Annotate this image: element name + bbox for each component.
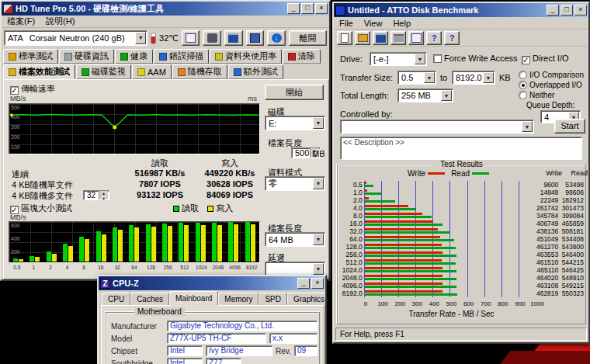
hdtune-titlebar[interactable]: HD Tune Pro 5.00 - 硬碟檢測/維護工具 _ □ × [2, 2, 329, 16]
write-value: 406749 [534, 220, 559, 227]
controlled-by-select[interactable]: ▼ [340, 120, 534, 133]
force-write-checkbox[interactable] [433, 54, 442, 63]
read-value: 549215 [558, 282, 584, 289]
tab-cpu[interactable]: CPU [102, 293, 130, 306]
overlapped-io-radio[interactable] [519, 81, 527, 89]
tab-health[interactable]: 健康 [115, 49, 153, 64]
chevron-down-icon[interactable]: ▼ [483, 72, 494, 83]
save-button[interactable] [373, 31, 388, 45]
chevron-down-icon[interactable]: ▼ [313, 263, 324, 275]
transfer-from-select[interactable]: 0.5 ▼ [397, 71, 436, 85]
block-size-tick: 16 [92, 265, 109, 270]
tab-extra-tests[interactable]: 額外測試 [228, 64, 283, 79]
read-bar [79, 237, 84, 262]
file-length-2-select[interactable]: 64 MB ▼ [265, 232, 325, 247]
drive-select[interactable]: [-e-] ▼ [370, 52, 427, 66]
tab-disk-monitor[interactable]: 磁碟監視 [76, 64, 131, 79]
block-bar-group [225, 222, 241, 262]
tab-erase[interactable]: 清除 [283, 49, 321, 64]
tab-caches[interactable]: Caches [130, 293, 169, 306]
close-button[interactable]: × [311, 278, 324, 289]
tab-file-benchmark[interactable]: 檔案效能測試 [3, 64, 75, 79]
disk-select[interactable]: E: ▼ [265, 116, 325, 130]
copy-button[interactable] [408, 31, 424, 45]
open-button[interactable] [355, 31, 370, 45]
read-bar [96, 231, 101, 262]
block-bar-group [10, 258, 26, 262]
transfer-to-select[interactable]: 8192.0 ▼ [452, 71, 495, 85]
atto-result-row: 2048.0464020548910 [341, 274, 584, 282]
read-bar [365, 192, 381, 195]
direct-io-checkbox[interactable] [522, 56, 530, 64]
save-button[interactable] [224, 30, 243, 46]
data-mode-select[interactable]: 零 ▼ [265, 176, 325, 191]
minimize-button[interactable]: _ [297, 278, 310, 289]
tab-graphics[interactable]: Graphics [287, 293, 327, 306]
tab-memory[interactable]: Memory [218, 293, 259, 306]
tab-standard-test[interactable]: 標準測試 [3, 49, 58, 64]
chevron-down-icon[interactable]: ▼ [522, 121, 533, 132]
write-value: 464020 [534, 274, 559, 282]
close-button[interactable]: × [574, 5, 587, 16]
start-button[interactable]: Start [554, 119, 585, 133]
drive-select[interactable]: ATA Corsair Neutron (240 gB) ▼ [4, 30, 148, 46]
about-button[interactable] [426, 31, 442, 45]
menu-help[interactable]: Help [387, 19, 416, 28]
chevron-down-icon[interactable]: ▼ [313, 234, 324, 245]
io-comparison-radio[interactable] [519, 71, 527, 79]
menu-view[interactable]: View [359, 19, 388, 28]
cpuz-titlebar[interactable]: CPU-Z _ × [99, 276, 325, 290]
x-axis-tick: 700 [479, 300, 493, 307]
block-x-labels: 0.512481632641282565121024204840968192 [9, 265, 260, 270]
row-sequential-label: 連續 [12, 168, 29, 180]
read-bar [365, 293, 457, 296]
start-button[interactable]: 開始 [265, 85, 324, 100]
block-size-tick: 1 [26, 265, 43, 270]
read-column-header: 讀取 [127, 158, 193, 169]
chevron-down-icon[interactable]: ▼ [441, 90, 452, 101]
transfer-rate-checkbox[interactable] [10, 86, 19, 95]
block-size-tick: 4096 [227, 265, 244, 270]
maximize-button[interactable]: □ [560, 5, 573, 16]
tab-disk-info[interactable]: 硬碟資訊 [59, 49, 114, 64]
close-button[interactable]: × [315, 3, 328, 14]
tab-spd[interactable]: SPD [259, 293, 287, 306]
multi-thread-spinner[interactable]: 32 ▲▼ [83, 190, 109, 200]
tab-mainboard[interactable]: Mainboard [169, 291, 218, 306]
x-axis-title: Transfer Rate - MB / Sec [366, 310, 537, 318]
chevron-down-icon[interactable]: ▼ [415, 54, 425, 64]
hdtune-menubar: 檔案(F) 說明(H) [2, 16, 329, 28]
block-bar-group [43, 251, 60, 262]
neither-radio[interactable] [519, 91, 527, 99]
description-box[interactable]: << Description >> [340, 137, 582, 160]
minimize-button[interactable]: _ [287, 3, 300, 14]
chevron-down-icon[interactable]: ▼ [135, 32, 146, 44]
minimize-button[interactable]: _ [547, 5, 559, 16]
menu-file[interactable]: 檔案(F) [2, 16, 40, 27]
menu-file[interactable]: File [334, 19, 359, 28]
chevron-down-icon[interactable]: ▼ [313, 117, 324, 129]
tab-error-scan[interactable]: 錯誤掃描 [154, 49, 209, 64]
file-benchmark-panel: 傳輸速率 MB/s ms 500 400 300 200 100 讀取 寫入 連… [3, 79, 329, 279]
tab-aam[interactable]: AAM [132, 64, 172, 79]
total-length-select[interactable]: 256 MB ▼ [397, 88, 453, 102]
print-button[interactable] [390, 31, 406, 45]
tab-folder-usage[interactable]: 資料夾使用率 [210, 49, 282, 64]
context-help-button[interactable] [444, 31, 460, 45]
tab-random-access[interactable]: 隨機存取 [172, 64, 227, 79]
chevron-down-icon[interactable]: ▼ [313, 178, 324, 189]
neither-label: Neither [529, 91, 554, 99]
menu-help[interactable]: 說明(H) [40, 16, 80, 27]
atto-titlebar[interactable]: Untitled - ATTO Disk Benchmark _ □ × [334, 3, 588, 17]
screenshot-button[interactable] [203, 30, 221, 46]
spinner-arrows-icon[interactable]: ▲▼ [99, 191, 108, 199]
direct-io-label: Direct I/O [533, 54, 568, 63]
chevron-down-icon[interactable]: ▼ [424, 72, 435, 83]
save-image-button[interactable] [246, 30, 265, 46]
write-value: 463108 [534, 282, 559, 289]
new-button[interactable] [337, 31, 352, 45]
update-button[interactable] [267, 30, 286, 46]
exit-button[interactable]: 離開 [289, 30, 327, 46]
copy-text-button[interactable] [182, 30, 200, 46]
maximize-button[interactable]: □ [301, 3, 314, 14]
